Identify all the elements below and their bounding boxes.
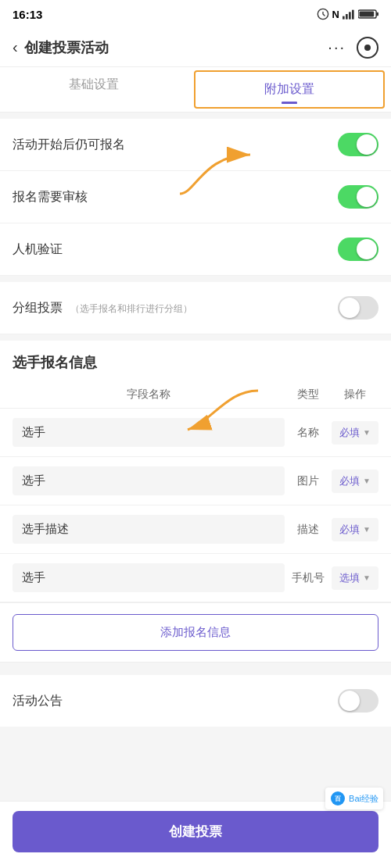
chevron-down-icon: ▼: [363, 573, 371, 582]
field-type-2: 图片: [285, 474, 332, 488]
table-row: 名称 必填 ▼: [0, 409, 391, 457]
toggle-captcha[interactable]: [338, 238, 378, 261]
toggle-row-review: 报名需要审核: [0, 171, 391, 223]
table-header: 字段名称 类型 操作: [0, 381, 391, 409]
signal-icon: [343, 9, 355, 20]
svg-rect-7: [359, 11, 374, 16]
field-name-input-2[interactable]: [13, 466, 285, 495]
field-type-4: 手机号: [285, 571, 332, 585]
back-button[interactable]: ‹: [13, 38, 18, 56]
status-time: 16:13: [13, 8, 42, 21]
field-type-1: 名称: [285, 426, 332, 440]
page-title: 创建投票活动: [24, 38, 328, 57]
optional-btn-4[interactable]: 选填 ▼: [332, 566, 378, 590]
battery-icon: [358, 9, 378, 20]
svg-rect-1: [343, 16, 345, 20]
field-action-4: 选填 ▼: [332, 566, 378, 590]
chevron-down-icon: ▼: [363, 477, 371, 485]
section-gap-3: [0, 663, 391, 669]
toggle-label-captcha: 人机验证: [13, 241, 338, 258]
chevron-down-icon: ▼: [363, 428, 371, 437]
target-icon: [357, 37, 378, 59]
field-name-input-1[interactable]: [13, 418, 285, 447]
svg-rect-2: [346, 14, 348, 20]
toggle-label-group: 分组投票 （选手报名和排行进行分组）: [13, 300, 338, 316]
chevron-down-icon: ▼: [363, 525, 371, 534]
toggle-label-announcement: 活动公告: [13, 693, 338, 709]
add-info-button[interactable]: 添加报名信息: [13, 614, 378, 651]
toggle-row-register: 活动开始后仍可报名: [0, 119, 391, 171]
toggle-group[interactable]: [338, 296, 378, 320]
toggle-review[interactable]: [338, 185, 378, 209]
nav-bar: ‹ 创建投票活动 ···: [0, 28, 391, 67]
table-row: 描述 必填 ▼: [0, 505, 391, 554]
toggle-register[interactable]: [338, 133, 378, 156]
field-name-input-3[interactable]: [13, 515, 285, 544]
nfc-icon: N: [332, 9, 339, 20]
table-row: 手机号 选填 ▼: [0, 554, 391, 602]
add-button-container: 添加报名信息: [0, 602, 391, 663]
svg-rect-6: [376, 13, 378, 16]
column-name: 字段名称: [13, 388, 285, 402]
column-type: 类型: [285, 388, 332, 402]
tab-additional[interactable]: 附加设置: [194, 70, 385, 109]
status-icons: N: [317, 8, 378, 20]
table-body: 名称 必填 ▼ 图片 必填 ▼ 描述 必填 ▼ 手机: [0, 409, 391, 602]
more-button[interactable]: ···: [328, 38, 346, 56]
column-action: 操作: [332, 388, 378, 402]
required-btn-1[interactable]: 必填 ▼: [332, 421, 378, 445]
required-btn-2[interactable]: 必填 ▼: [332, 470, 378, 493]
toggle-row-group: 分组投票 （选手报名和排行进行分组）: [0, 282, 391, 334]
toggle-label-register: 活动开始后仍可报名: [13, 137, 338, 153]
baidu-watermark: 百 Bai经验: [325, 788, 383, 809]
field-action-1: 必填 ▼: [332, 421, 378, 445]
create-vote-button[interactable]: 创建投票: [13, 811, 378, 852]
required-btn-3[interactable]: 必填 ▼: [332, 518, 378, 541]
field-name-input-4[interactable]: [13, 563, 285, 592]
table-row: 图片 必填 ▼: [0, 457, 391, 505]
watermark-text: Bai经验: [349, 793, 378, 805]
field-action-3: 必填 ▼: [332, 518, 378, 541]
notification-icon: [317, 8, 329, 20]
section-title: 选手报名信息: [0, 341, 391, 381]
tab-basic[interactable]: 基础设置: [0, 67, 188, 112]
field-action-2: 必填 ▼: [332, 470, 378, 493]
svg-rect-3: [349, 12, 351, 19]
section-gap-1: [0, 276, 391, 282]
tab-bar: 基础设置 附加设置: [0, 67, 391, 113]
toggle-row-captcha: 人机验证: [0, 223, 391, 276]
tab-indicator: [282, 102, 297, 104]
bottom-spacer: [0, 727, 391, 789]
status-bar: 16:13 N: [0, 0, 391, 28]
section-gap-2: [0, 334, 391, 341]
field-type-3: 描述: [285, 523, 332, 537]
toggle-announcement[interactable]: [338, 689, 378, 713]
svg-text:百: 百: [335, 795, 341, 802]
toggle-row-announcement: 活动公告: [0, 675, 391, 727]
toggle-label-review: 报名需要审核: [13, 189, 338, 205]
svg-rect-4: [352, 10, 354, 20]
baidu-icon: 百: [330, 791, 346, 806]
create-button-container: 创建投票: [0, 801, 391, 868]
toggle-section: 活动开始后仍可报名 报名需要审核 人机验证: [0, 119, 391, 276]
